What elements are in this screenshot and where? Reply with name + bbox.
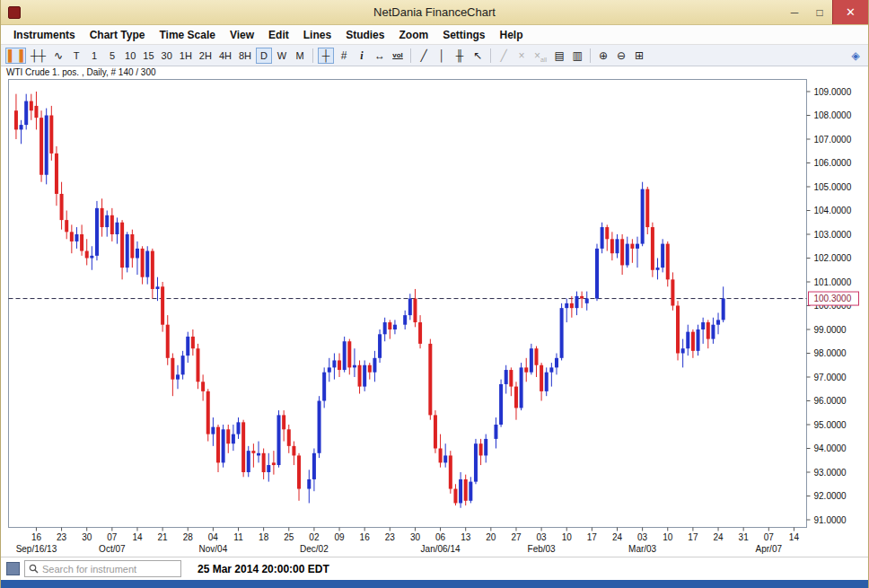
expand-horizontal-icon[interactable]: ↔ xyxy=(372,48,388,64)
svg-text:94.0000: 94.0000 xyxy=(814,443,847,453)
timeframe-5min[interactable]: 5 xyxy=(104,48,120,64)
menu-instruments[interactable]: Instruments xyxy=(6,25,83,45)
ohlc-bar-chart-type-icon[interactable]: ┼┼ xyxy=(28,48,48,64)
workspace-icon[interactable]: ◈ xyxy=(847,48,864,64)
timeframe-10min[interactable]: 10 xyxy=(122,48,138,64)
timeframe-15min[interactable]: 15 xyxy=(140,48,156,64)
menu-lines[interactable]: Lines xyxy=(296,25,338,45)
timeframe-4hour[interactable]: 4H xyxy=(216,48,234,64)
close-button[interactable]: ✕ xyxy=(832,0,868,24)
line-chart-type-icon[interactable]: ∿ xyxy=(50,48,66,64)
svg-text:Sep/16/13: Sep/16/13 xyxy=(16,544,57,554)
svg-text:Oct/07: Oct/07 xyxy=(99,544,126,554)
pointer-tool-icon[interactable]: ↖ xyxy=(470,48,486,64)
svg-text:95.0000: 95.0000 xyxy=(814,420,847,430)
timeframe-8hour[interactable]: 8H xyxy=(236,48,254,64)
time-axis[interactable]: 1623300714212804111825020916233006132027… xyxy=(16,528,800,554)
svg-text:18: 18 xyxy=(259,532,269,542)
svg-text:106.0000: 106.0000 xyxy=(814,158,852,168)
menu-settings[interactable]: Settings xyxy=(435,25,492,45)
svg-text:21: 21 xyxy=(158,532,169,542)
trend-line-tool-icon[interactable]: ╱ xyxy=(416,48,432,64)
svg-text:101.0000: 101.0000 xyxy=(814,277,852,287)
menu-help[interactable]: Help xyxy=(492,25,530,45)
svg-text:24: 24 xyxy=(713,532,724,542)
zoom-out-icon[interactable]: ⊖ xyxy=(613,48,629,64)
titlebar[interactable]: NetDania FinanceChart ─ □ ✕ xyxy=(1,0,868,25)
info-tool-icon[interactable]: i xyxy=(354,48,370,64)
svg-text:23: 23 xyxy=(57,532,67,542)
timeframe-2hour[interactable]: 2H xyxy=(197,48,215,64)
svg-text:06: 06 xyxy=(435,532,446,542)
svg-text:98.0000: 98.0000 xyxy=(814,348,847,358)
svg-text:109.0000: 109.0000 xyxy=(814,87,852,97)
svg-text:Feb/03: Feb/03 xyxy=(528,544,557,554)
svg-text:Nov/04: Nov/04 xyxy=(199,544,228,554)
menu-time-scale[interactable]: Time Scale xyxy=(152,25,222,45)
svg-text:30: 30 xyxy=(82,532,92,542)
grid-toggle-icon[interactable]: # xyxy=(336,48,352,64)
svg-text:102.0000: 102.0000 xyxy=(814,253,852,263)
plot-frame xyxy=(9,80,807,528)
menu-chart-type[interactable]: Chart Type xyxy=(83,25,153,45)
toolbar: ▌▐┼┼∿T151015301H2H4H8HDWM┼#i↔vol╱│╫↖╱××a… xyxy=(1,45,868,66)
zoom-fit-icon[interactable]: ⊞ xyxy=(631,48,647,64)
edit-lines-tool-icon[interactable]: ╱ xyxy=(496,48,512,64)
svg-text:11: 11 xyxy=(233,532,243,542)
chart-area: WTI Crude 1. pos. , Daily, # 140 / 300 1… xyxy=(1,66,868,557)
print-icon[interactable]: ▤ xyxy=(551,48,567,64)
timeframe-30min[interactable]: 30 xyxy=(159,48,175,64)
svg-text:07: 07 xyxy=(107,532,118,542)
price-chart-canvas[interactable]: 109.0000108.0000107.0000106.0000105.0000… xyxy=(1,79,869,557)
menu-studies[interactable]: Studies xyxy=(338,25,391,45)
menu-view[interactable]: View xyxy=(223,25,261,45)
current-price-marker: 100.3000 xyxy=(809,292,859,305)
crosshair-tool-icon[interactable]: ┼ xyxy=(318,48,334,64)
svg-text:30: 30 xyxy=(410,532,421,542)
window-title: NetDania FinanceChart xyxy=(1,5,868,19)
svg-text:105.0000: 105.0000 xyxy=(814,182,852,192)
maximize-button[interactable]: □ xyxy=(807,0,832,24)
delete-all-lines-icon[interactable]: ×all xyxy=(531,48,549,64)
svg-text:07: 07 xyxy=(764,532,775,542)
timeframe-tick[interactable]: T xyxy=(68,48,84,64)
instrument-searchbox[interactable] xyxy=(24,560,181,577)
candlestick-chart-type-icon[interactable]: ▌▐ xyxy=(5,48,26,64)
print-preview-icon[interactable]: ▥ xyxy=(569,48,585,64)
svg-text:09: 09 xyxy=(334,532,345,542)
toolbar-separator xyxy=(312,48,313,63)
timeframe-monthly[interactable]: M xyxy=(292,48,308,64)
svg-text:107.0000: 107.0000 xyxy=(814,135,852,145)
svg-text:93.0000: 93.0000 xyxy=(814,468,847,478)
menu-edit[interactable]: Edit xyxy=(261,25,296,45)
zoom-in-icon[interactable]: ⊕ xyxy=(595,48,611,64)
svg-text:03: 03 xyxy=(637,532,648,542)
svg-text:31: 31 xyxy=(739,532,750,542)
svg-text:104.0000: 104.0000 xyxy=(814,206,852,215)
svg-text:25: 25 xyxy=(284,532,294,542)
minimize-button[interactable]: ─ xyxy=(782,0,807,24)
svg-text:23: 23 xyxy=(385,532,396,542)
vertical-line-tool-icon[interactable]: │ xyxy=(434,48,450,64)
svg-text:24: 24 xyxy=(612,532,623,542)
volume-toggle-icon[interactable]: vol xyxy=(390,48,406,64)
instrument-search-input[interactable] xyxy=(42,564,177,575)
svg-text:04: 04 xyxy=(208,532,219,542)
svg-text:97.0000: 97.0000 xyxy=(814,373,847,382)
timeframe-weekly[interactable]: W xyxy=(274,48,290,64)
statusbar-app-icon[interactable] xyxy=(6,562,20,575)
svg-text:91.0000: 91.0000 xyxy=(814,515,847,525)
toolbar-separator xyxy=(490,48,491,63)
timeframe-1hour[interactable]: 1H xyxy=(177,48,195,64)
svg-text:03: 03 xyxy=(537,532,548,542)
svg-text:16: 16 xyxy=(360,532,371,542)
timeframe-1min[interactable]: 1 xyxy=(86,48,102,64)
timeframe-daily[interactable]: D xyxy=(256,48,272,64)
svg-text:14: 14 xyxy=(132,532,143,542)
channel-tool-icon[interactable]: ╫ xyxy=(452,48,468,64)
svg-text:14: 14 xyxy=(789,532,800,542)
svg-text:Dec/02: Dec/02 xyxy=(300,544,329,554)
svg-text:Jan/06/14: Jan/06/14 xyxy=(421,544,461,554)
delete-line-tool-icon[interactable]: × xyxy=(514,48,530,64)
menu-zoom[interactable]: Zoom xyxy=(391,25,435,45)
